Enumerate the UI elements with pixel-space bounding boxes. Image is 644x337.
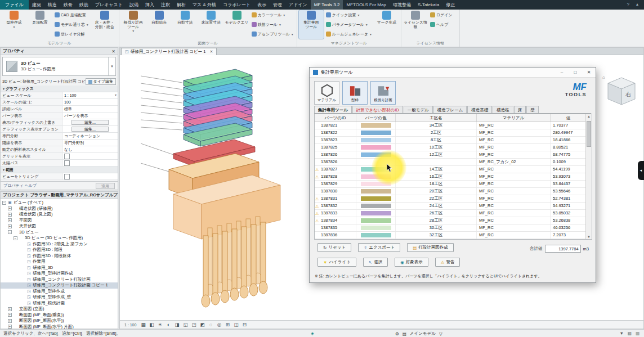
browser-tree-item[interactable]: ◳ 研修用_コンクリート打設計画 bbox=[1, 277, 118, 283]
ribbon-tool[interactable]: ライセンス情報 ▼ bbox=[403, 10, 428, 39]
ribbon-tool[interactable]: 床・天井・ 分割・統合 ▼ bbox=[92, 10, 117, 39]
ribbon-tab[interactable]: 挿入 bbox=[142, 0, 158, 10]
worksets-icon[interactable]: ⚙ bbox=[395, 331, 399, 336]
view-tab[interactable]: ◳ 研修用_コンクリート打設計画 コピー 1 ✕ bbox=[121, 48, 217, 55]
tree-expander-icon[interactable]: − bbox=[2, 201, 6, 205]
dialog-title-bar[interactable]: 集計専用ツール – □ ✕ bbox=[310, 68, 596, 78]
column-header[interactable]: パーツのID bbox=[315, 114, 356, 122]
tree-expander-icon[interactable]: + bbox=[8, 206, 12, 210]
visual-style-icon[interactable]: ◧ bbox=[148, 322, 155, 327]
dialog-tab[interactable]: 構造柱 bbox=[493, 106, 513, 113]
help-icon[interactable]: ？ bbox=[626, 2, 630, 8]
ribbon-tool[interactable]: 足場配置 ▼ bbox=[28, 10, 52, 39]
browser-tree-item[interactable]: ◳ 作図用3D : 階段 bbox=[1, 247, 118, 253]
property-value[interactable]: ☐ bbox=[62, 153, 118, 159]
property-value[interactable]: 編集... bbox=[71, 120, 109, 125]
ribbon-tool[interactable]: ログイン ▼ bbox=[429, 10, 458, 20]
ribbon-tab[interactable]: 構造 bbox=[44, 0, 60, 10]
browser-tree-item[interactable]: + 平面図 bbox=[1, 218, 118, 224]
property-value[interactable]: 1 : 100 bbox=[62, 92, 118, 98]
dialog-button[interactable]: ⇧ エクスポート bbox=[358, 243, 400, 252]
view-cube[interactable]: ⌂ 右 bbox=[600, 71, 641, 111]
tree-expander-icon[interactable]: − bbox=[14, 236, 17, 240]
displacement-icon[interactable]: ◫ bbox=[232, 322, 239, 327]
tree-expander-icon[interactable]: + bbox=[8, 224, 12, 228]
ribbon-tool[interactable]: クイック設置 ▼ bbox=[325, 10, 373, 20]
table-row[interactable]: ⚠ 1387823 8工区 MF_RC 18.41866 bbox=[315, 137, 587, 144]
browser-tree-item[interactable]: ◳ 研修用_型枠計画作成 bbox=[1, 271, 118, 277]
ribbon-tab[interactable]: 表示 bbox=[254, 0, 270, 10]
sun-path-icon[interactable]: ☀ bbox=[156, 322, 163, 327]
table-row[interactable]: ⚠ 1387829 18工区 MF_RC 53.84457 bbox=[315, 181, 587, 188]
column-header[interactable]: パーツの色 bbox=[356, 114, 396, 122]
property-value[interactable]: 編集... bbox=[71, 127, 109, 132]
browser-tree-item[interactable]: + 構造伏図 (見上図) bbox=[1, 212, 118, 218]
ribbon-tool[interactable]: モデル通り芯 ▼ bbox=[53, 20, 91, 29]
view-scale-button[interactable]: 1 : 100 bbox=[123, 323, 138, 327]
browser-tree-item[interactable]: + 立面図 (立面) bbox=[1, 306, 118, 312]
section-range[interactable]: 範囲 bbox=[1, 167, 118, 173]
ribbon-tab[interactable]: MF Tools 3.2 bbox=[311, 0, 343, 10]
table-scrollbar[interactable]: ▲ ▼ bbox=[585, 114, 592, 239]
browser-tree-item[interactable]: ◳ 研修用_根伐計画 bbox=[1, 300, 118, 307]
ribbon-tool[interactable]: モデルクエリ ▼ bbox=[225, 10, 249, 39]
ribbon-tab[interactable]: プレキャスト bbox=[92, 0, 126, 10]
file-menu-button[interactable]: ファイル bbox=[0, 0, 29, 10]
shadows-icon[interactable]: ◐ bbox=[165, 322, 172, 327]
property-value[interactable]: コーディネーション bbox=[62, 133, 118, 139]
property-value[interactable]: 専門分野別 bbox=[62, 140, 118, 146]
dialog-tab[interactable]: 計算できない部材のID bbox=[352, 106, 403, 113]
browser-tree-item[interactable]: + 断面図 (MF_断面(水平) 片面) bbox=[1, 324, 118, 329]
crop-view-icon[interactable]: ◱ bbox=[182, 322, 189, 327]
table-row[interactable]: ⚠ 1387833 26工区 MF_RC 53.85032 bbox=[315, 210, 587, 217]
apply-button[interactable]: 適用 bbox=[96, 183, 115, 189]
table-row[interactable]: ⚠ 1387832 24工区 MF_RC 54.93271 bbox=[315, 203, 587, 210]
background-process-icon[interactable]: ▥ bbox=[636, 331, 639, 336]
ribbon-tool[interactable]: 型枠作成 ▼ bbox=[2, 10, 26, 39]
dialog-button[interactable]: ↻ リセット bbox=[317, 243, 351, 252]
formwork-tool-button[interactable]: 型枠 bbox=[342, 81, 368, 105]
property-value[interactable]: パーツを表示 bbox=[62, 113, 118, 119]
table-row[interactable]: ⚠ 1387834 28工区 MF_RC 53.26838 bbox=[315, 217, 587, 224]
ribbon-tool[interactable]: 集計専用 ツール ▼ bbox=[299, 10, 324, 39]
ribbon-tab[interactable]: 注釈 bbox=[158, 0, 173, 10]
close-icon[interactable]: ✕ bbox=[209, 50, 213, 54]
sync-icon[interactable]: ◈ bbox=[311, 331, 314, 336]
ribbon-tab[interactable]: アドイン bbox=[285, 0, 311, 10]
ribbon-tool[interactable]: 根伐り計画 ツール ▼ bbox=[121, 10, 146, 39]
hide-elements-icon[interactable]: ◌ bbox=[207, 322, 214, 327]
ribbon-tab[interactable]: 環境整備 bbox=[390, 0, 414, 10]
table-row[interactable]: ⚠ 1387822 2工区 MF_RC 280.49947 bbox=[315, 129, 587, 137]
total-value-field[interactable]: 1397.7784 bbox=[545, 245, 581, 253]
browser-tree-item[interactable]: ◳ 研修用_3D bbox=[1, 265, 118, 271]
ribbon-tool[interactable]: 自動寸法 ▼ bbox=[173, 10, 198, 39]
column-header[interactable]: マテリアル bbox=[477, 114, 551, 122]
properties-help-link[interactable]: プロパティ ヘルプ bbox=[3, 183, 37, 188]
maximize-button[interactable]: □ bbox=[569, 68, 582, 78]
ribbon-tab[interactable]: 管理 bbox=[270, 0, 285, 10]
table-row[interactable]: ⚠ 1387831 22工区 MF_RC 52.74381 bbox=[315, 195, 587, 203]
tree-expander-icon[interactable]: + bbox=[8, 313, 12, 317]
tree-expander-icon[interactable]: + bbox=[8, 307, 12, 311]
dialog-tab[interactable]: 集計専用ツール bbox=[314, 106, 352, 113]
ribbon-tab[interactable]: 鉄筋 bbox=[76, 0, 92, 10]
tree-expander-icon[interactable]: + bbox=[8, 218, 12, 222]
dialog-button[interactable]: ◉ 対象表示 bbox=[395, 258, 428, 267]
property-value[interactable]: ☐ bbox=[62, 173, 118, 179]
table-row[interactable]: ⚠ 1387821 34工区 MF_RC 1.70377 bbox=[315, 122, 587, 129]
ribbon-tool[interactable]: 床設置寸法 ▼ bbox=[199, 10, 223, 39]
table-row[interactable]: ⚠ 1387836 32工区 MF_RC 7.2073 bbox=[315, 232, 587, 239]
dialog-button[interactable]: ▤ 打設計画図作成 bbox=[407, 243, 454, 252]
table-row[interactable]: ⚠ 1387826 12工区 MF_RC 68.74775 bbox=[315, 151, 587, 159]
expand-panel-tab[interactable]: ◄ bbox=[638, 161, 644, 180]
property-value[interactable]: 100 bbox=[62, 99, 118, 105]
browser-tree-item[interactable]: + 断面図 (MF_断面(水平)) bbox=[1, 318, 118, 324]
property-value[interactable]: なし bbox=[62, 146, 118, 152]
table-row[interactable]: ⚠ 1387827 14工区 MF_RC 54.41199 bbox=[315, 166, 587, 173]
dialog-tab[interactable]: 構造フレーム bbox=[433, 106, 467, 113]
dialog-tab[interactable]: 壁 bbox=[526, 106, 539, 113]
ribbon-tool[interactable]: CAD 足場配置 ▼ bbox=[53, 10, 91, 20]
ribbon-tool[interactable]: ヘルプ ▼ bbox=[429, 20, 458, 29]
browser-tree-item[interactable]: + 構造伏図 (研修用) bbox=[1, 206, 118, 212]
constraints-icon[interactable]: ⊟ bbox=[241, 322, 248, 327]
